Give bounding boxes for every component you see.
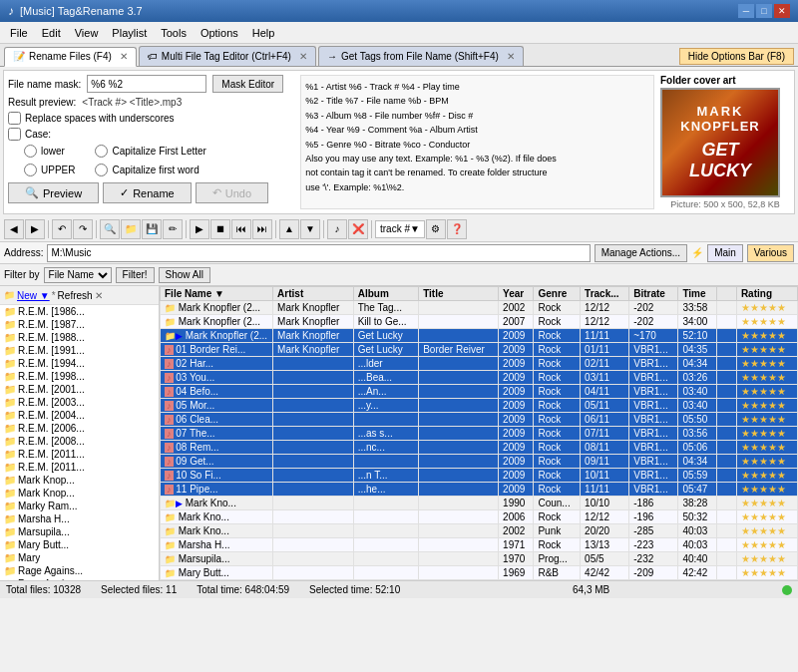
table-row[interactable]: 📁▶ Mark Knopfler (2... Mark Knopfler Get… [161,329,798,343]
tb-help[interactable]: ❓ [447,219,467,239]
mask-editor-button[interactable]: Mask Editor [212,75,283,93]
tb-folder[interactable]: 📁 [121,219,141,239]
tb-next[interactable]: ⏭ [252,219,272,239]
table-row[interactable]: 📁 Mary Butt... 1969 R&B 42/42 -209 42:42… [161,566,798,580]
hide-options-button[interactable]: Hide Options Bar (F8) [679,48,794,65]
col-track[interactable]: Track... [581,287,629,301]
tb-prev[interactable]: ⏮ [231,219,251,239]
tab-get-tags[interactable]: → Get Tags from File Name (Shift+F4) ✕ [318,46,524,66]
tree-item[interactable]: 📁R.E.M. [2008... [0,435,159,448]
main-tab-button[interactable]: Main [707,244,743,262]
table-row[interactable]: ♪ 04 Befo... ...An... 2009 Rock 04/11 VB… [161,385,798,399]
tb-forward[interactable]: ▶ [25,219,45,239]
tb-edit[interactable]: ✏ [163,219,183,239]
tree-item[interactable]: 📁R.E.M. [2003... [0,396,159,409]
table-row[interactable]: ♪ 03 You... ...Bea... 2009 Rock 03/11 VB… [161,371,798,385]
tab-rename-files[interactable]: 📝 Rename Files (F4) ✕ [4,47,137,67]
tree-item[interactable]: 📁R.E.M. [2011... [0,448,159,461]
table-row[interactable]: 📁 Mark Kno... 2006 Rock 12/12 -196 50:32… [161,510,798,524]
col-title[interactable]: Title [419,287,499,301]
col-year[interactable]: Year [499,287,534,301]
table-row[interactable]: ♪ 06 Clea... 2009 Rock 06/11 VBR1... 05:… [161,413,798,427]
table-row[interactable]: 📁 Mark Kno... 2002 Punk 20/20 -285 40:03… [161,524,798,538]
undo-button[interactable]: ↶ Undo [196,182,268,203]
lower-radio[interactable] [24,145,37,158]
table-row[interactable]: ♪ 02 Har... ...lder 2009 Rock 02/11 VBR1… [161,357,798,371]
tb-delete[interactable]: ❌ [348,219,368,239]
tb-settings[interactable]: ⚙ [426,219,446,239]
various-tab-button[interactable]: Various [747,244,794,262]
table-row[interactable]: 📁▶ Mark Kno... 1990 Coun... 10/10 -186 3… [161,497,798,510]
address-input[interactable] [47,244,590,262]
tree-item[interactable]: 📁Marsupila... [0,525,159,538]
tree-item[interactable]: 📁Rage Agains... [0,577,159,580]
manage-actions-button[interactable]: Manage Actions... [595,244,688,262]
tree-item[interactable]: 📁Marsha H... [0,512,159,525]
tree-item[interactable]: 📁R.E.M. [2004... [0,409,159,422]
table-row[interactable]: 📁 Mark Knopfler (2... Mark Knopfler Kill… [161,315,798,329]
preview-button[interactable]: 🔍 Preview [8,182,99,203]
table-row[interactable]: 📁 Mark Knopfler (2... Mark Knopfler The … [161,301,798,315]
tree-item[interactable]: 📁Mark Knop... [0,474,159,487]
rename-button[interactable]: ✓ Rename [103,182,192,203]
tree-item[interactable]: 📁Mark Knop... [0,487,159,500]
track-filter-input[interactable]: track #▼ [375,220,425,238]
tab-rename-files-close[interactable]: ✕ [120,51,128,62]
menu-tools[interactable]: Tools [155,25,193,41]
new-button[interactable]: New ▼ [17,290,50,301]
tb-back[interactable]: ◀ [4,219,24,239]
col-rating[interactable]: Rating [736,287,797,301]
tree-item[interactable]: 📁Marky Ram... [0,500,159,512]
show-all-button[interactable]: Show All [159,267,210,283]
case-checkbox[interactable] [8,128,21,141]
col-filename[interactable]: File Name ▼ [161,287,273,301]
menu-playlist[interactable]: Playlist [106,25,153,41]
col-genre[interactable]: Genre [534,287,581,301]
tab-get-tags-close[interactable]: ✕ [507,51,515,62]
table-row[interactable]: 📁 Mary 1972 Prog... 06/6 -218 31:33 ★★★★… [161,580,798,581]
tree-item[interactable]: 📁R.E.M. [1991... [0,344,159,357]
tree-item[interactable]: 📁R.E.M. [1986... [0,305,159,318]
col-bitrate[interactable]: Bitrate [629,287,678,301]
tb-search[interactable]: 🔍 [100,219,120,239]
menu-help[interactable]: Help [246,25,281,41]
capitalize-first-radio[interactable] [95,145,108,158]
tb-music[interactable]: ♪ [327,219,347,239]
tree-item[interactable]: 📁R.E.M. [2011... [0,461,159,474]
tab-multi-file-tag[interactable]: 🏷 Multi File Tag Editor (Ctrl+F4) ✕ [139,46,316,66]
menu-file[interactable]: File [4,25,34,41]
tb-stop[interactable]: ⏹ [210,219,230,239]
tb-undo[interactable]: ↶ [52,219,72,239]
tb-down[interactable]: ▼ [300,219,320,239]
table-row[interactable]: ♪ 07 The... ...as s... 2009 Rock 07/11 V… [161,427,798,441]
tree-item[interactable]: 📁Rage Agains... [0,564,159,577]
tree-item[interactable]: 📁R.E.M. [2006... [0,422,159,435]
table-row[interactable]: ♪ 10 So Fi... ...n T... 2009 Rock 10/11 … [161,469,798,483]
menu-options[interactable]: Options [195,25,244,41]
table-row[interactable]: 📁 Marsha H... 1971 Rock 13/13 -223 40:03… [161,538,798,552]
col-album[interactable]: Album [353,287,418,301]
minimize-button[interactable]: ─ [738,4,754,18]
table-row[interactable]: ♪ 09 Get... 2009 Rock 09/11 VBR1... 04:3… [161,455,798,469]
tree-item[interactable]: 📁R.E.M. [1988... [0,331,159,344]
replace-spaces-checkbox[interactable] [8,112,21,125]
tb-redo[interactable]: ↷ [73,219,93,239]
close-tree[interactable]: ✕ [95,290,103,301]
tb-play[interactable]: ▶ [190,219,209,239]
upper-radio[interactable] [24,164,37,176]
tab-multi-file-close[interactable]: ✕ [299,51,307,62]
filter-type-select[interactable]: File Name [44,267,112,283]
close-button[interactable]: ✕ [774,4,790,18]
tree-item[interactable]: 📁R.E.M. [1994... [0,357,159,370]
tb-up[interactable]: ▲ [279,219,299,239]
table-row[interactable]: ♪ 01 Border Rei... Mark Knopfler Get Luc… [161,343,798,357]
menu-edit[interactable]: Edit [36,25,67,41]
table-row[interactable]: ♪ 08 Rem... ...nc... 2009 Rock 08/11 VBR… [161,441,798,455]
tb-save[interactable]: 💾 [142,219,162,239]
table-row[interactable]: ♪ 11 Pipe... ...he... 2009 Rock 11/11 VB… [161,483,798,497]
refresh-button[interactable]: Refresh [58,290,93,301]
col-time[interactable]: Time [678,287,716,301]
tree-item[interactable]: 📁R.E.M. [1987... [0,318,159,331]
tree-item[interactable]: 📁R.E.M. [1998... [0,370,159,383]
col-artist[interactable]: Artist [273,287,354,301]
